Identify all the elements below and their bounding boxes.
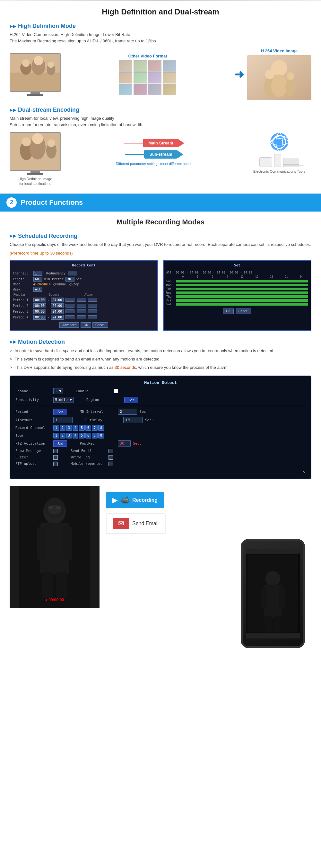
svg-point-41 xyxy=(265,571,281,586)
dvr-p2-reg xyxy=(65,304,74,308)
mobile-checkbox[interactable] xyxy=(108,462,113,466)
ch-5: 5 xyxy=(79,425,85,431)
tour-label: Tour xyxy=(15,433,51,437)
section-header-title: Product Functions xyxy=(21,198,83,207)
schedule-cancel-btn[interactable]: Cancel xyxy=(236,309,251,314)
monitor-image xyxy=(10,54,60,91)
schedule-ok-btn[interactable]: OK xyxy=(223,309,233,314)
remote-tools: Electronic Communications Tools xyxy=(247,132,311,173)
md-interval-unit: Sec. xyxy=(140,410,148,414)
motion-bullet-3: > This DVR supports for delaying recordi… xyxy=(10,364,311,371)
dvr-p4-label: Period 4 xyxy=(13,315,32,319)
svg-point-21 xyxy=(47,139,55,147)
sensitivity-dropdown[interactable]: Middle ▼ xyxy=(53,397,73,403)
tour-3: 3 xyxy=(66,433,72,438)
svg-point-14 xyxy=(287,72,294,80)
schedule-sun-block xyxy=(176,280,308,282)
dvr-row-week: Week All xyxy=(13,287,155,292)
ch-2: 2 xyxy=(60,425,65,431)
grid-cell xyxy=(163,84,176,95)
motion-detect-screen: Motion Detect Channel 1 ▼ Enable Sensiti… xyxy=(10,376,311,479)
mobile-label: Mobile reported xyxy=(71,462,106,466)
motion-screen-title: Motion Detect xyxy=(15,380,306,385)
main-stream-row: Main Stream xyxy=(124,139,184,147)
motion-row-period: Period Set MD Interval 2 Sec. xyxy=(15,409,306,415)
video-grid-container: Other Video Format xyxy=(64,54,231,95)
svg-rect-48 xyxy=(246,633,300,639)
send-email-label: Send Email xyxy=(71,449,106,453)
dvr-advanced-btn[interactable]: Advanced xyxy=(59,322,79,328)
motion-title: Motion Detection xyxy=(10,339,311,345)
outdelay-label: OutDelay xyxy=(85,418,121,422)
sensitivity-label: Sensitivity xyxy=(15,398,51,402)
schedule-screen-title: Set xyxy=(166,263,308,269)
schedule-fri-block xyxy=(176,299,308,302)
sub-line xyxy=(125,154,144,155)
svg-rect-45 xyxy=(265,616,272,632)
monitor-base xyxy=(27,94,43,96)
region-set-btn[interactable]: Set xyxy=(124,397,138,403)
motion-row-sensitivity: Sensitivity Middle ▼ Region Set xyxy=(15,397,306,403)
prerecord-note: (Prerecord time up to 30 seconds) xyxy=(10,251,311,255)
dvr-channel-label: Channel: xyxy=(13,272,32,275)
dvr-p1-val: 00:00 xyxy=(33,298,46,302)
region-label: Region xyxy=(86,398,122,402)
dvr-screen-right: Set All 00:00 - 24:00 00:00 - 24:00 00:0… xyxy=(163,260,311,331)
dual-stream-visual: High Definition Image for local applicat… xyxy=(10,132,311,186)
dual-arrow-icon xyxy=(10,108,16,112)
stream-arrows: Main Stream Sub-stream Different paramet… xyxy=(64,132,244,166)
ftp-label: FTP upload xyxy=(15,462,51,466)
channel-dropdown[interactable]: 1 ▼ xyxy=(53,388,63,394)
notification-area: 📹 Recording xyxy=(106,492,305,508)
schedule-thu: Thu xyxy=(166,295,308,298)
dvr-ok-btn[interactable]: OK xyxy=(81,322,91,328)
period-label: Period xyxy=(15,410,51,414)
svg-point-12 xyxy=(285,78,296,96)
dvr-mode-schedule: ●Schedule xyxy=(33,282,51,286)
show-msg-checkbox[interactable] xyxy=(53,449,58,453)
alarmout-label: AlarmOut xyxy=(15,418,51,422)
dvr-length-val: 60 xyxy=(33,277,42,281)
svg-point-11 xyxy=(271,74,287,97)
dvr-p4-reg xyxy=(65,315,74,319)
svg-rect-32 xyxy=(56,572,67,598)
email-notification: ✉ Send Email xyxy=(106,513,166,534)
dvr-period4: Period 4 00:00 - 24:00 xyxy=(13,315,155,320)
hd-image-container: H.264 Video Image xyxy=(247,49,311,100)
grid-cell xyxy=(148,72,161,84)
main-title: High Definition and Dual-stream xyxy=(10,7,311,17)
motion-row-channel: Channel 1 ▼ Enable xyxy=(15,388,306,394)
dvr-cancel-btn[interactable]: Cancel xyxy=(92,322,108,328)
tour-8: 8 xyxy=(98,433,104,438)
schedule-sat-block xyxy=(176,303,308,306)
grid-cell xyxy=(119,72,132,84)
section-hd-dual: High Definition and Dual-stream High Def… xyxy=(0,1,321,193)
devices-row xyxy=(247,154,311,167)
dvr-period2: Period 2 00:00 - 24:00 xyxy=(13,303,155,308)
dvr-length-label: Length xyxy=(13,277,32,281)
send-email-checkbox[interactable] xyxy=(108,449,113,453)
alarmout-input: 1 xyxy=(53,417,72,423)
tour-5: 5 xyxy=(79,433,85,438)
record-screens: Record Conf Channel: 1 Redundancy Length… xyxy=(10,260,311,331)
write-log-checkbox[interactable] xyxy=(108,455,113,460)
dvr-buttons: Advanced OK Cancel xyxy=(13,322,155,328)
schedule-wed: Wed xyxy=(166,291,308,294)
md-interval-label: MD Interval xyxy=(80,410,115,414)
local-monitor-box xyxy=(10,132,61,171)
cursor-indicator: ↖ xyxy=(15,468,306,475)
section2-header: 2 Product Functions xyxy=(0,193,321,212)
local-monitor-image xyxy=(10,133,60,170)
scheduled-title: Scheduled Recording xyxy=(10,233,311,240)
dvr-p2-label: Period 2 xyxy=(13,304,32,308)
ch-1: 1 xyxy=(53,425,59,431)
enable-checkbox[interactable] xyxy=(114,389,118,393)
hd-image-label: H.264 Video Image xyxy=(247,49,311,53)
buzzer-checkbox[interactable] xyxy=(53,455,58,460)
email-area: ✉ Send Email xyxy=(106,513,305,534)
ptz-set-btn[interactable]: Set xyxy=(53,440,67,447)
ftp-checkbox[interactable] xyxy=(53,462,58,466)
svg-rect-29 xyxy=(37,527,46,559)
period-set-btn[interactable]: Set xyxy=(53,409,67,415)
motion-row-record-channel: Record Channel 1 2 3 4 5 6 7 8 xyxy=(15,425,306,431)
